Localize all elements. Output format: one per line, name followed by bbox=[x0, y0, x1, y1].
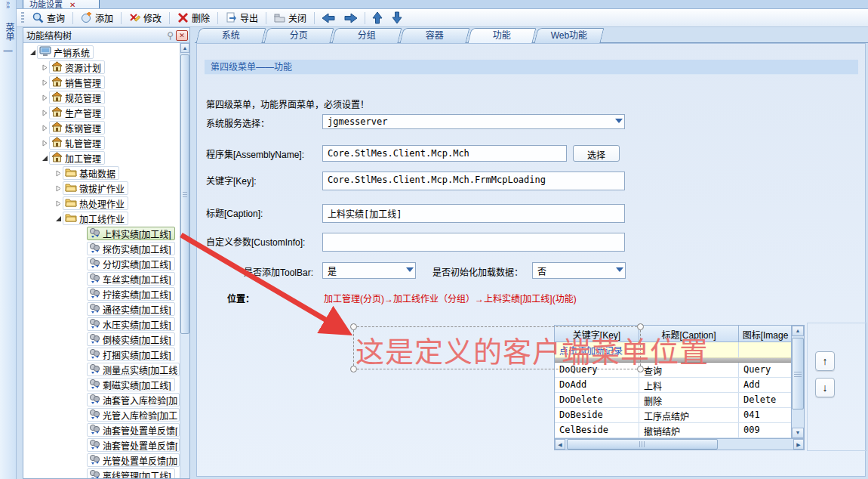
expander-open-icon[interactable] bbox=[54, 215, 63, 222]
scroll-up-icon[interactable]: ▲ bbox=[792, 326, 804, 336]
move-down-button[interactable]: ↓ bbox=[815, 378, 835, 397]
tree-item[interactable]: 光管处置单反馈[加 bbox=[23, 453, 180, 468]
tree-item[interactable]: 车丝实绩[加工线] bbox=[23, 271, 180, 286]
tree-item[interactable]: 离线管理[加工线] bbox=[23, 468, 180, 478]
tree-item-label: 基础数据 bbox=[79, 167, 115, 180]
tree-item[interactable]: 上料实绩[加工线] bbox=[23, 226, 180, 241]
delete-button[interactable]: 删除 bbox=[172, 10, 215, 26]
close-icon[interactable]: ✕ bbox=[176, 30, 188, 41]
edit-button[interactable]: 修改 bbox=[124, 10, 167, 26]
function-icon bbox=[89, 469, 100, 479]
expander-closed-icon[interactable] bbox=[40, 140, 49, 147]
pin-icon[interactable]: ⚲ bbox=[167, 30, 174, 41]
toolbar-separator bbox=[121, 12, 122, 24]
nav-up-button[interactable] bbox=[368, 11, 387, 25]
table-row[interactable]: DoAdd上料Add bbox=[555, 378, 791, 393]
table-row[interactable]: CelBeside撤销结炉009 bbox=[555, 423, 791, 438]
tab-close-icon[interactable]: ✕ bbox=[69, 1, 75, 9]
tab-Web功能[interactable]: Web功能 bbox=[534, 28, 605, 43]
tree-scrollbar[interactable]: ▲ bbox=[180, 43, 189, 478]
export-button[interactable]: 导出 bbox=[220, 10, 263, 26]
toolbar-combo[interactable]: 是 bbox=[322, 262, 416, 279]
tree-item[interactable]: 光管入库检验[加工 bbox=[23, 407, 180, 422]
function-icon bbox=[89, 318, 100, 331]
tab-功能[interactable]: 功能 bbox=[468, 28, 537, 43]
move-up-button[interactable]: ↑ bbox=[815, 351, 835, 371]
key-input[interactable]: Core.StlMes.Client.Mcp.Mch.FrmMcpLoading bbox=[322, 172, 625, 190]
expander-closed-icon[interactable] bbox=[54, 200, 63, 207]
toolbar-grip[interactable] bbox=[21, 12, 24, 24]
tree-item[interactable]: 测量点实绩[加工线 bbox=[23, 362, 180, 377]
tree-item[interactable]: 加工线作业 bbox=[23, 211, 180, 226]
grid-vscrollbar[interactable]: ▲ ▼ bbox=[791, 326, 804, 438]
expander-closed-icon[interactable] bbox=[40, 64, 49, 71]
tree-item[interactable]: 水压实绩[加工线] bbox=[23, 317, 180, 332]
assembly-input[interactable]: Core.StlMes.Client.Mcp.Mch bbox=[322, 145, 567, 162]
expander-closed-icon[interactable] bbox=[54, 170, 63, 177]
expander-open-icon[interactable] bbox=[40, 155, 49, 162]
grid-new-row-cell[interactable] bbox=[739, 342, 791, 357]
table-row[interactable]: DoDelete删除Delete bbox=[555, 393, 791, 408]
tree-item[interactable]: 生产管理 bbox=[23, 105, 180, 120]
tree-item[interactable]: 轧管管理 bbox=[23, 135, 180, 150]
grid-vscroll-thumb[interactable] bbox=[792, 338, 804, 409]
tab-容器[interactable]: 容器 bbox=[400, 28, 470, 43]
tree-item[interactable]: 产销系统 bbox=[23, 45, 180, 60]
grid-hscrollbar[interactable]: ◀ ▶ bbox=[555, 438, 804, 450]
tree-item[interactable]: 销售管理 bbox=[23, 75, 180, 90]
scroll-up-icon[interactable]: ▲ bbox=[180, 43, 189, 53]
tree-body: 产销系统资源计划销售管理规范管理生产管理炼钢管理轧管管理加工管理基础数据镦拔扩作… bbox=[23, 43, 189, 478]
add-button[interactable]: 添加 bbox=[75, 10, 119, 26]
tree-item[interactable]: 拧接实绩[加工线] bbox=[23, 286, 180, 301]
tree-item[interactable]: 规范管理 bbox=[23, 90, 180, 105]
expander-closed-icon[interactable] bbox=[40, 110, 49, 116]
tree-scrollbar-thumb[interactable] bbox=[180, 54, 189, 334]
tree-item[interactable]: 探伤实绩[加工线] bbox=[23, 241, 180, 256]
tree-item[interactable]: 加工管理 bbox=[23, 150, 180, 165]
tree-item[interactable]: 镦拔扩作业 bbox=[23, 181, 180, 196]
expander-closed-icon[interactable] bbox=[40, 79, 49, 86]
tree-item[interactable]: 打捆实绩[加工线] bbox=[23, 347, 180, 362]
nav-down-icon bbox=[392, 11, 402, 24]
expander-closed-icon[interactable] bbox=[40, 94, 49, 101]
chevron-down-icon bbox=[616, 267, 623, 272]
menu-vertical-tab[interactable]: 菜单 bbox=[0, 23, 16, 41]
expander-open-icon[interactable] bbox=[28, 49, 37, 56]
scroll-left-icon[interactable]: ◀ bbox=[555, 439, 565, 450]
function-icon bbox=[89, 333, 100, 346]
tree-item[interactable]: 油套管处置单反馈[ bbox=[23, 437, 180, 453]
expander-closed-icon[interactable] bbox=[54, 185, 63, 192]
tree-item[interactable]: 油套管入库检验[加 bbox=[23, 392, 180, 407]
caption-input[interactable]: 上料实绩[加工线] bbox=[322, 204, 625, 223]
initload-combo[interactable]: 否 bbox=[532, 262, 626, 279]
custominfo-input[interactable] bbox=[322, 233, 625, 252]
doc-tab-function-settings[interactable]: 功能设置 ✕ bbox=[23, 0, 100, 9]
grid-column-header[interactable]: 图标[Image bbox=[739, 326, 791, 342]
tree-item[interactable]: 炼钢管理 bbox=[23, 120, 180, 135]
tree-item[interactable]: 倒棱实绩[加工线] bbox=[23, 332, 180, 347]
grid-hscroll-thumb[interactable] bbox=[567, 439, 718, 450]
tab-分组[interactable]: 分组 bbox=[332, 28, 402, 43]
service-combo[interactable]: jgmesserver bbox=[322, 114, 625, 129]
nav-left-button[interactable] bbox=[317, 12, 340, 24]
tab-系统[interactable]: 系统 bbox=[196, 28, 266, 43]
scroll-down-icon[interactable]: ▼ bbox=[792, 428, 804, 438]
tab-分页[interactable]: 分页 bbox=[264, 28, 334, 43]
tree-item[interactable]: 热处理作业 bbox=[23, 196, 180, 211]
collapsed-dock-strip[interactable]: »» 菜单 — bbox=[0, 0, 17, 479]
close-folder-button[interactable]: 关闭 bbox=[269, 10, 312, 26]
table-row[interactable]: DoBeside工序点结炉041 bbox=[555, 408, 791, 423]
scroll-right-icon[interactable]: ▶ bbox=[793, 439, 804, 450]
tree-item[interactable]: 剩磁实绩[加工线] bbox=[23, 377, 180, 392]
tree-item[interactable]: 通径实绩[加工线] bbox=[23, 301, 180, 317]
select-button[interactable]: 选择 bbox=[573, 145, 620, 162]
tree-item[interactable]: 分切实绩[加工线] bbox=[23, 256, 180, 271]
search-button[interactable]: 查询 bbox=[27, 10, 70, 26]
tree-item-label: 镦拔扩作业 bbox=[79, 182, 125, 195]
nav-down-button[interactable] bbox=[387, 11, 407, 25]
expander-closed-icon[interactable] bbox=[40, 125, 49, 131]
tree-item[interactable]: 资源计划 bbox=[23, 60, 180, 75]
tree-item[interactable]: 基础数据 bbox=[23, 165, 180, 181]
tree-item[interactable]: 油套管处置单反馈[ bbox=[23, 422, 180, 437]
nav-right-button[interactable] bbox=[340, 12, 362, 24]
